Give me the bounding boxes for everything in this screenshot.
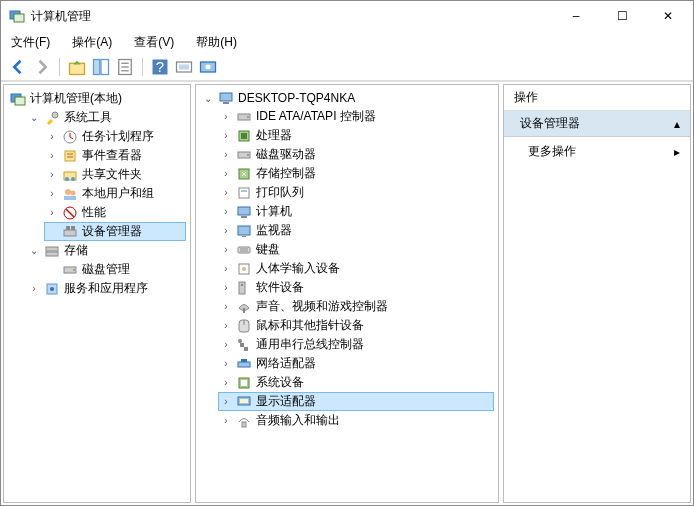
actions-header: 操作 <box>504 85 690 111</box>
svg-rect-3 <box>94 59 100 74</box>
device-item[interactable]: ›鼠标和其他指针设备 <box>218 316 494 335</box>
actions-more[interactable]: 更多操作 ▸ <box>504 137 690 166</box>
device-item[interactable]: ›处理器 <box>218 126 494 145</box>
scan-hardware-button[interactable] <box>173 56 195 78</box>
tree-label: 本地用户和组 <box>82 185 154 202</box>
device-item[interactable]: ›计算机 <box>218 202 494 221</box>
console-tree[interactable]: 计算机管理(本地) ⌄ 系统工具 ›任务计划程序 ›事件查看器 ›共享文件夹 <box>3 84 191 503</box>
forward-button[interactable] <box>31 56 53 78</box>
menu-help[interactable]: 帮助(H) <box>192 32 241 53</box>
tree-label: DESKTOP-TQP4NKA <box>238 91 355 105</box>
device-item[interactable]: ›键盘 <box>218 240 494 259</box>
minimize-button[interactable]: – <box>553 1 599 31</box>
expand-icon[interactable]: › <box>220 225 232 237</box>
svg-rect-51 <box>241 216 247 218</box>
expand-icon[interactable]: › <box>28 283 40 295</box>
device-item[interactable]: ›系统设备 <box>218 373 494 392</box>
svg-rect-59 <box>239 282 245 294</box>
expand-icon[interactable]: › <box>46 188 58 200</box>
show-hide-tree-button[interactable] <box>90 56 112 78</box>
device-item[interactable]: ›显示适配器 <box>218 392 494 411</box>
tree-label: 存储 <box>64 242 88 259</box>
tree-shared-folders[interactable]: ›共享文件夹 <box>44 165 186 184</box>
collapse-icon[interactable]: ⌄ <box>28 245 40 257</box>
tree-task-scheduler[interactable]: ›任务计划程序 <box>44 127 186 146</box>
actions-band[interactable]: 设备管理器 ▴ <box>504 111 690 137</box>
close-button[interactable]: ✕ <box>645 1 691 31</box>
collapse-icon[interactable]: ⌄ <box>202 92 214 104</box>
expand-icon[interactable]: › <box>220 263 232 275</box>
device-item[interactable]: ›声音、视频和游戏控制器 <box>218 297 494 316</box>
properties-button[interactable] <box>114 56 136 78</box>
device-item[interactable]: ›网络适配器 <box>218 354 494 373</box>
device-item[interactable]: ›音频输入和输出 <box>218 411 494 430</box>
expand-icon[interactable]: › <box>220 415 232 427</box>
device-item[interactable]: ›存储控制器 <box>218 164 494 183</box>
svg-rect-48 <box>239 188 249 198</box>
svg-point-42 <box>247 116 249 118</box>
tree-event-viewer[interactable]: ›事件查看器 <box>44 146 186 165</box>
expand-icon[interactable]: › <box>220 130 232 142</box>
device-item[interactable]: ›IDE ATA/ATAPI 控制器 <box>218 107 494 126</box>
up-button[interactable] <box>66 56 88 78</box>
tree-performance[interactable]: ›性能 <box>44 203 186 222</box>
expand-icon[interactable]: › <box>220 396 232 408</box>
toolbar-divider <box>142 58 143 76</box>
expand-icon[interactable]: › <box>220 377 232 389</box>
expand-icon[interactable]: › <box>220 244 232 256</box>
device-category-icon <box>236 185 252 201</box>
device-item[interactable]: ›打印队列 <box>218 183 494 202</box>
services-icon <box>44 281 60 297</box>
expand-icon[interactable]: › <box>220 339 232 351</box>
collapse-band-icon[interactable]: ▴ <box>674 117 680 131</box>
menu-view[interactable]: 查看(V) <box>130 32 178 53</box>
maximize-button[interactable]: ☐ <box>599 1 645 31</box>
expand-icon[interactable]: › <box>46 207 58 219</box>
svg-rect-16 <box>15 97 25 105</box>
device-item[interactable]: ›通用串行总线控制器 <box>218 335 494 354</box>
svg-rect-60 <box>241 284 243 286</box>
tree-device-manager[interactable]: ›设备管理器 <box>44 222 186 241</box>
expand-icon[interactable]: › <box>220 206 232 218</box>
device-root[interactable]: ⌄ DESKTOP-TQP4NKA <box>200 89 494 107</box>
tree-system-tools[interactable]: ⌄ 系统工具 <box>26 108 186 127</box>
tree-services-apps[interactable]: › 服务和应用程序 <box>26 279 186 298</box>
expand-icon[interactable]: › <box>220 358 232 370</box>
device-label: 打印队列 <box>256 184 304 201</box>
expand-icon[interactable]: › <box>220 187 232 199</box>
device-category-icon <box>236 223 252 239</box>
expand-icon[interactable]: › <box>220 320 232 332</box>
device-category-icon <box>236 299 252 315</box>
menu-action[interactable]: 操作(A) <box>68 32 116 53</box>
expand-icon[interactable]: › <box>220 111 232 123</box>
device-item[interactable]: ›监视器 <box>218 221 494 240</box>
device-label: 通用串行总线控制器 <box>256 336 364 353</box>
svg-point-58 <box>242 267 246 271</box>
back-button[interactable] <box>7 56 29 78</box>
expand-icon[interactable]: › <box>220 168 232 180</box>
svg-rect-34 <box>46 252 58 256</box>
update-driver-button[interactable] <box>197 56 219 78</box>
expand-icon[interactable]: › <box>220 149 232 161</box>
device-item[interactable]: ›人体学输入设备 <box>218 259 494 278</box>
svg-rect-12 <box>179 64 189 69</box>
tree-disk-management[interactable]: ›磁盘管理 <box>44 260 186 279</box>
tree-local-users[interactable]: ›本地用户和组 <box>44 184 186 203</box>
expand-icon[interactable]: › <box>220 301 232 313</box>
collapse-icon[interactable]: ⌄ <box>28 112 40 124</box>
tree-storage[interactable]: ⌄ 存储 <box>26 241 186 260</box>
tree-root[interactable]: 计算机管理(本地) <box>8 89 186 108</box>
device-category-icon <box>236 204 252 220</box>
device-tree[interactable]: ⌄ DESKTOP-TQP4NKA ›IDE ATA/ATAPI 控制器›处理器… <box>195 84 499 503</box>
expand-icon[interactable]: › <box>46 169 58 181</box>
svg-rect-69 <box>240 399 248 403</box>
expand-icon[interactable]: › <box>46 131 58 143</box>
help-button[interactable]: ? <box>149 56 171 78</box>
expand-icon[interactable]: › <box>46 150 58 162</box>
svg-rect-4 <box>101 59 109 74</box>
device-item[interactable]: ›磁盘驱动器 <box>218 145 494 164</box>
device-item[interactable]: ›软件设备 <box>218 278 494 297</box>
menu-file[interactable]: 文件(F) <box>7 32 54 53</box>
svg-point-17 <box>52 112 58 118</box>
expand-icon[interactable]: › <box>220 282 232 294</box>
